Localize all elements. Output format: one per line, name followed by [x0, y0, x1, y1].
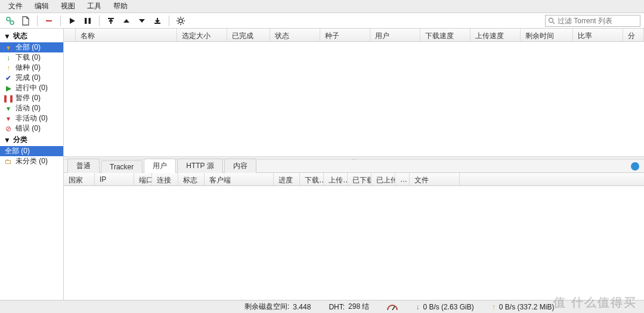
- download-icon: ↓: [5, 54, 12, 61]
- toolbar: [0, 13, 644, 29]
- settings-button[interactable]: [174, 14, 187, 27]
- sidebar-item-label: 暂停 (0): [16, 93, 41, 103]
- peer-col-connection[interactable]: 连接: [152, 173, 178, 185]
- peer-column-header[interactable]: 国家 IP 端口 连接 标志 客户端 进度 下载… 上传… 已下载 已上传 … …: [64, 173, 644, 186]
- sidebar-item-errored[interactable]: ⊘错误 (0): [0, 123, 63, 134]
- tab-peers[interactable]: 用户: [144, 159, 176, 173]
- sidebar-item-downloading[interactable]: ↓下载 (0): [0, 52, 63, 63]
- peer-col-uploaded[interactable]: 已上传: [371, 173, 395, 185]
- tab-trackers[interactable]: Tracker: [101, 160, 143, 173]
- toolbar-separator: [60, 16, 61, 26]
- tab-action-icon[interactable]: [631, 162, 639, 171]
- sidebar-header-label: 状态: [13, 31, 27, 41]
- dht-value: 298 结: [348, 302, 369, 312]
- main-panel: 名称 选定大小 已完成 状态 种子 用户 下载速度 上传速度 剩余时间 比率 分…: [64, 29, 644, 300]
- disk-value: 3.448: [293, 303, 311, 311]
- sidebar-item-paused[interactable]: ❚❚暂停 (0): [0, 93, 63, 103]
- menu-tools[interactable]: 工具: [81, 0, 107, 13]
- move-up-button[interactable]: [120, 14, 133, 27]
- menu-bar: 文件 编辑 视图 工具 帮助: [0, 0, 644, 13]
- col-seeds[interactable]: 种子: [320, 29, 370, 41]
- col-ratio[interactable]: 比率: [573, 29, 623, 41]
- peer-col-files[interactable]: 文件: [410, 173, 460, 185]
- menu-view[interactable]: 视图: [55, 0, 81, 13]
- sidebar-item-resumed[interactable]: ▶进行中 (0): [0, 83, 63, 93]
- col-more[interactable]: 分: [623, 29, 644, 41]
- peer-col-downloaded[interactable]: 已下载: [348, 173, 371, 185]
- col-size[interactable]: 选定大小: [177, 29, 227, 41]
- sidebar-category-all[interactable]: 全部 (0): [0, 146, 63, 156]
- peer-col-upspeed[interactable]: 上传…: [324, 173, 348, 185]
- filter-input[interactable]: [558, 17, 637, 25]
- col-handle[interactable]: [64, 29, 76, 41]
- status-download[interactable]: ↓ 0 B/s (2.63 GiB): [416, 303, 473, 311]
- svg-point-8: [179, 19, 182, 23]
- upload-arrow-icon: ↑: [492, 303, 496, 311]
- sidebar-item-label: 活动 (0): [16, 103, 41, 113]
- sidebar-item-label: 进行中 (0): [16, 83, 48, 93]
- peer-col-country[interactable]: 国家: [64, 173, 95, 185]
- peer-col-ip[interactable]: IP: [95, 173, 134, 185]
- sidebar-item-label: 下载 (0): [16, 52, 41, 63]
- col-done[interactable]: 已完成: [227, 29, 270, 41]
- tab-http-sources[interactable]: HTTP 源: [177, 159, 222, 173]
- move-top-button[interactable]: [104, 14, 117, 27]
- move-bottom-button[interactable]: [151, 14, 164, 27]
- peer-list[interactable]: [64, 186, 644, 300]
- sidebar-category-uncategorized[interactable]: 🗀未分类 (0): [0, 156, 63, 166]
- peer-col-port[interactable]: 端口: [134, 173, 152, 185]
- sidebar-item-label: 非活动 (0): [16, 113, 48, 123]
- dht-label: DHT:: [329, 303, 345, 311]
- svg-rect-7: [154, 23, 160, 24]
- speedometer-icon: [387, 303, 398, 311]
- error-icon: ⊘: [5, 125, 12, 132]
- check-icon: ✔: [5, 75, 12, 82]
- sidebar-item-seeding[interactable]: ↑做种 (0): [0, 63, 63, 73]
- tab-content[interactable]: 内容: [224, 159, 256, 173]
- sidebar-header-category[interactable]: ▼ 分类: [0, 134, 63, 146]
- sidebar-item-completed[interactable]: ✔完成 (0): [0, 73, 63, 83]
- sidebar-item-label: 做种 (0): [16, 63, 41, 73]
- status-upload[interactable]: ↑ 0 B/s (337.2 MiB): [492, 303, 555, 311]
- filter-icon: ▾: [5, 44, 12, 51]
- add-link-button[interactable]: [4, 14, 17, 27]
- play-button[interactable]: [66, 14, 79, 27]
- status-bar: 剩余磁盘空间: 3.448 DHT: 298 结 ↓ 0 B/s (2.63 G…: [0, 300, 644, 313]
- status-dht[interactable]: DHT: 298 结: [329, 302, 369, 312]
- sidebar-item-active[interactable]: ▾活动 (0): [0, 103, 63, 113]
- menu-file[interactable]: 文件: [2, 0, 29, 13]
- col-status[interactable]: 状态: [270, 29, 320, 41]
- remove-button[interactable]: [42, 14, 55, 27]
- sidebar-header-status[interactable]: ▼ 状态: [0, 30, 63, 42]
- pause-button[interactable]: [81, 14, 94, 27]
- svg-line-18: [553, 22, 555, 24]
- peer-col-flags[interactable]: 标志: [178, 173, 205, 185]
- toolbar-separator: [99, 16, 100, 26]
- torrent-list[interactable]: [64, 42, 644, 156]
- peer-col-client[interactable]: 客户端: [205, 173, 274, 185]
- peer-col-progress[interactable]: 进度: [274, 173, 300, 185]
- filter-box[interactable]: [545, 15, 640, 27]
- download-arrow-icon: ↓: [416, 303, 419, 311]
- torrent-column-header[interactable]: 名称 选定大小 已完成 状态 种子 用户 下载速度 上传速度 剩余时间 比率 分: [64, 29, 644, 42]
- svg-line-13: [178, 18, 179, 19]
- peer-col-dlspeed[interactable]: 下载…: [300, 173, 324, 185]
- menu-help[interactable]: 帮助: [107, 0, 134, 13]
- col-upspeed[interactable]: 上传速度: [470, 29, 521, 41]
- sidebar-item-all[interactable]: ▾全部 (0): [0, 42, 63, 52]
- status-speed-icon[interactable]: [387, 303, 398, 311]
- col-eta[interactable]: 剩余时间: [521, 29, 573, 41]
- tab-general[interactable]: 普通: [67, 159, 100, 173]
- add-file-button[interactable]: [19, 14, 32, 27]
- sidebar-item-label: 错误 (0): [16, 123, 41, 134]
- sidebar-header-label: 分类: [13, 135, 27, 145]
- peer-col-more[interactable]: …: [395, 173, 410, 185]
- sidebar-item-label: 全部 (0): [5, 146, 30, 156]
- col-name[interactable]: 名称: [76, 29, 177, 41]
- move-down-button[interactable]: [135, 14, 148, 27]
- col-peers[interactable]: 用户: [370, 29, 420, 41]
- collapse-icon: ▼: [4, 32, 11, 41]
- col-dlspeed[interactable]: 下载速度: [420, 29, 470, 41]
- menu-edit[interactable]: 编辑: [29, 0, 55, 13]
- sidebar-item-inactive[interactable]: ▾非活动 (0): [0, 113, 63, 123]
